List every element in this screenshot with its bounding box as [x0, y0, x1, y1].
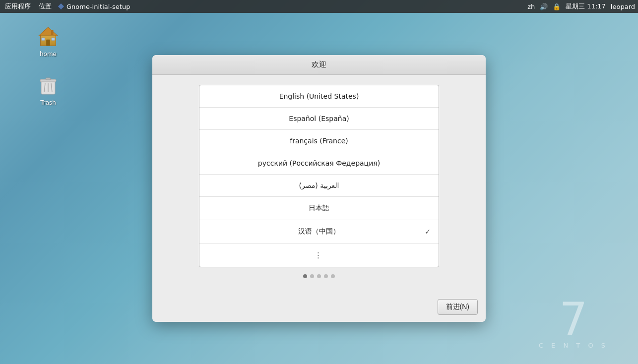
language-label-en_US: English (United States) — [279, 92, 359, 100]
location-menu[interactable]: 位置 — [37, 2, 54, 11]
language-item-fr_FR[interactable]: français (France) — [199, 130, 439, 152]
dialog-titlebar: 欢迎 — [152, 55, 486, 75]
language-list-container: English (United States)Español (España)f… — [199, 85, 439, 267]
language-item-en_US[interactable]: English (United States) — [199, 85, 439, 108]
svg-marker-0 — [58, 3, 64, 9]
taskbar-left: 应用程序 位置 Gnome-initial-setup — [3, 2, 130, 11]
datetime-display: 星期三 11:17 — [566, 2, 606, 11]
pagination-dot-1[interactable] — [310, 274, 314, 278]
language-label-zh_CN: 汉语（中国） — [298, 227, 340, 236]
language-item-es_ES[interactable]: Español (España) — [199, 108, 439, 130]
taskbar-right: zh 🔊 🔒 星期三 11:17 leopard — [527, 2, 635, 11]
language-label-ja_JP: 日本語 — [309, 204, 329, 213]
window-title-area: Gnome-initial-setup — [58, 3, 130, 10]
window-title-text: Gnome-initial-setup — [66, 3, 130, 10]
dialog-overlay: 欢迎 English (United States)Español (Españ… — [0, 13, 638, 364]
dialog-body: English (United States)Español (España)f… — [152, 75, 486, 295]
welcome-dialog: 欢迎 English (United States)Español (Españ… — [152, 55, 486, 322]
selected-checkmark: ✓ — [425, 228, 431, 236]
volume-icon[interactable]: 🔊 — [540, 3, 548, 10]
lock-icon[interactable]: 🔒 — [553, 3, 561, 10]
dialog-title: 欢迎 — [312, 60, 326, 69]
app-menu[interactable]: 应用程序 — [3, 2, 33, 11]
next-button[interactable]: 前进(N) — [438, 299, 478, 315]
pagination-dot-0[interactable] — [303, 274, 307, 278]
language-label-ar_EG: العربية (مصر) — [299, 182, 339, 189]
language-item-more[interactable]: ⋮ — [199, 243, 439, 267]
language-label-fr_FR: français (France) — [290, 137, 348, 145]
lang-indicator[interactable]: zh — [527, 3, 535, 10]
language-label-es_ES: Español (España) — [289, 115, 349, 122]
language-item-ar_EG[interactable]: العربية (مصر) — [199, 175, 439, 197]
language-item-zh_CN[interactable]: 汉语（中国）✓ — [199, 220, 439, 243]
pagination-dot-3[interactable] — [324, 274, 328, 278]
language-item-ja_JP[interactable]: 日本語 — [199, 197, 439, 220]
dialog-footer: 前进(N) — [152, 295, 486, 322]
pagination-dot-2[interactable] — [317, 274, 321, 278]
pagination — [303, 274, 335, 278]
more-languages-dots: ⋮ — [315, 250, 324, 260]
taskbar: 应用程序 位置 Gnome-initial-setup zh 🔊 🔒 星期三 1… — [0, 0, 638, 13]
language-label-ru_RU: русский (Российская Федерация) — [258, 159, 380, 167]
user-display[interactable]: leopard — [611, 3, 635, 10]
pagination-dot-4[interactable] — [331, 274, 335, 278]
language-item-ru_RU[interactable]: русский (Российская Федерация) — [199, 152, 439, 175]
language-list: English (United States)Español (España)f… — [199, 85, 439, 267]
window-icon — [58, 3, 64, 10]
